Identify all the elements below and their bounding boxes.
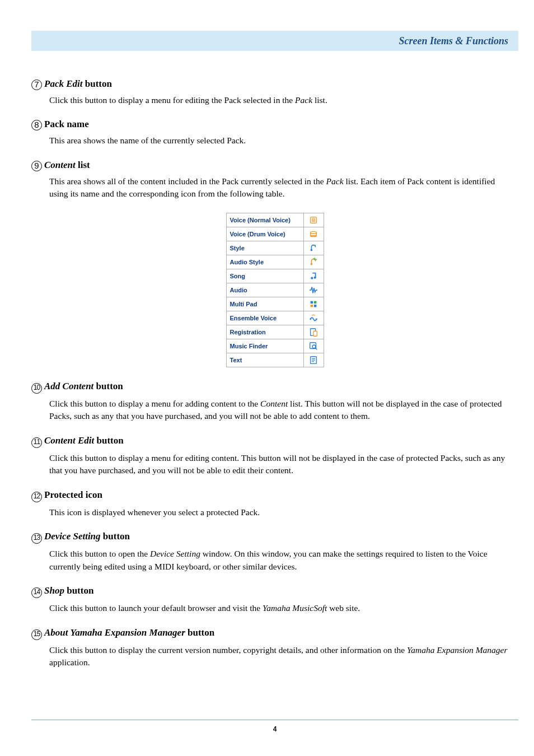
icon-table-label: Music Finder xyxy=(226,339,303,353)
icon-table-label: Song xyxy=(226,269,303,283)
registration-icon xyxy=(303,325,324,339)
svg-rect-10 xyxy=(311,301,313,304)
icon-table-row: Audio Style xyxy=(226,255,324,269)
icon-table-label: Ensemble Voice xyxy=(226,311,303,325)
item-number-badge: 7 xyxy=(31,80,42,90)
item-heading: About Yamaha Expansion Manager button xyxy=(44,627,214,638)
item-heading: Content list xyxy=(44,160,90,171)
svg-point-6 xyxy=(311,249,313,251)
icon-table-label: Audio xyxy=(226,283,303,297)
item-number-badge: 10 xyxy=(31,383,42,394)
item-description: This area shows the name of the currentl… xyxy=(49,134,513,147)
item-description: This icon is displayed whenever you sele… xyxy=(49,506,513,519)
item-number-badge: 12 xyxy=(31,492,42,502)
svg-rect-17 xyxy=(313,331,317,336)
icon-table-label: Text xyxy=(226,353,303,367)
drum-voice-icon xyxy=(303,227,324,241)
style-icon xyxy=(303,241,324,255)
footer-rule xyxy=(31,720,518,720)
icon-table-row: Registration xyxy=(226,325,324,339)
icon-table-label: Registration xyxy=(226,325,303,339)
page-number: 4 xyxy=(273,725,277,733)
svg-rect-5 xyxy=(311,235,317,236)
item-number-badge: 14 xyxy=(31,587,42,598)
item-description: Click this button to display a menu for … xyxy=(49,398,513,423)
icon-table-row: Voice (Normal Voice) xyxy=(226,213,324,227)
icon-table-label: Style xyxy=(226,241,303,255)
page-content: 7Pack Edit buttonClick this button to di… xyxy=(31,78,518,682)
item-heading: Content Edit button xyxy=(44,435,124,446)
item-number-badge: 15 xyxy=(31,629,42,640)
item-number-badge: 11 xyxy=(31,437,42,448)
item-heading: Shop button xyxy=(44,585,93,596)
normal-voice-icon xyxy=(303,213,324,227)
item-number-badge: 8 xyxy=(31,120,42,130)
svg-point-15 xyxy=(316,318,317,320)
svg-rect-12 xyxy=(311,305,313,307)
svg-point-7 xyxy=(311,263,313,265)
item-heading: Protected icon xyxy=(44,489,102,501)
icon-table-row: Voice (Drum Voice) xyxy=(226,227,324,241)
svg-rect-13 xyxy=(314,305,317,307)
svg-rect-11 xyxy=(314,301,317,304)
svg-point-9 xyxy=(314,277,316,279)
icon-table-row: Multi Pad xyxy=(226,297,324,311)
icon-table-label: Multi Pad xyxy=(226,297,303,311)
audio-icon xyxy=(303,283,324,297)
item-description: This area shows all of the content inclu… xyxy=(49,175,513,200)
item-description: Click this button to display a menu for … xyxy=(49,452,513,477)
svg-point-14 xyxy=(310,318,311,320)
item-description: Click this button to launch your default… xyxy=(49,602,513,614)
item-heading: Pack Edit button xyxy=(44,78,112,90)
icon-table-row: Song xyxy=(226,269,324,283)
svg-rect-1 xyxy=(312,218,312,222)
item-heading: Pack name xyxy=(44,119,89,130)
svg-rect-2 xyxy=(313,218,313,222)
icon-table-row: Audio xyxy=(226,283,324,297)
svg-point-19 xyxy=(312,345,316,348)
song-icon xyxy=(303,269,324,283)
content-icon-table: Voice (Normal Voice)Voice (Drum Voice)St… xyxy=(226,213,324,367)
icon-table-label: Voice (Drum Voice) xyxy=(226,227,303,241)
svg-rect-3 xyxy=(314,218,315,222)
item-heading: Device Setting button xyxy=(44,531,130,542)
icon-table-row: Music Finder xyxy=(226,339,324,353)
item-description: Click this button to display the current… xyxy=(49,644,513,669)
item-heading: Add Content button xyxy=(44,381,123,392)
section-header-title: Screen Items & Functions xyxy=(399,35,508,47)
item-number-badge: 13 xyxy=(31,533,42,544)
multi-pad-icon xyxy=(303,297,324,311)
icon-table-row: Ensemble Voice xyxy=(226,311,324,325)
icon-table-label: Voice (Normal Voice) xyxy=(226,213,303,227)
svg-point-8 xyxy=(311,277,313,279)
icon-table-label: Audio Style xyxy=(226,255,303,269)
item-number-badge: 9 xyxy=(31,161,42,171)
ensemble-voice-icon xyxy=(303,311,324,325)
page-footer: 4 xyxy=(31,720,518,734)
text-icon xyxy=(303,353,324,367)
section-header: Screen Items & Functions xyxy=(31,31,518,51)
item-description: Click this button to open the Device Set… xyxy=(49,548,513,573)
icon-table-row: Style xyxy=(226,241,324,255)
icon-table-row: Text xyxy=(226,353,324,367)
audio-style-icon xyxy=(303,255,324,269)
item-description: Click this button to display a menu for … xyxy=(49,94,513,106)
music-finder-icon xyxy=(303,339,324,353)
svg-point-4 xyxy=(311,231,317,234)
